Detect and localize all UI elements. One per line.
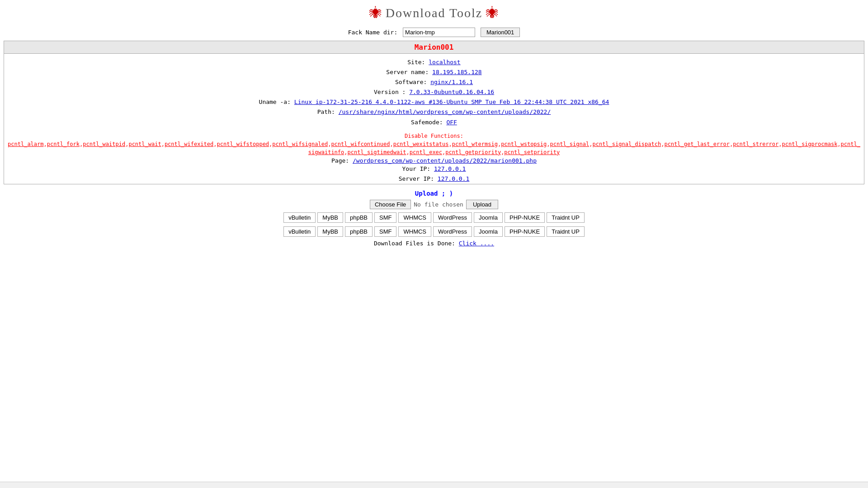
choose-file-button[interactable]: Choose File bbox=[370, 200, 411, 209]
upload-label: Upload ; ) bbox=[0, 190, 868, 197]
download-done-text: Download Files is Done: bbox=[374, 240, 455, 247]
pcntl-sigprocmask-link[interactable]: pcntl_sigprocmask bbox=[782, 141, 838, 147]
pcntl-alarm-link[interactable]: pcntl_alarm bbox=[8, 141, 43, 147]
cms-row1-button-php-nuke[interactable]: PHP-NUKE bbox=[505, 212, 545, 223]
server-name-label: Server name: bbox=[386, 69, 429, 75]
path-value[interactable]: /usr/share/nginx/html/wordpress_com/wp-c… bbox=[339, 108, 551, 115]
server-name-row: Server name: 18.195.185.128 bbox=[4, 67, 864, 77]
uname-value[interactable]: Linux ip-172-31-25-216 4.4.0-1122-aws #1… bbox=[294, 99, 609, 105]
upload-button[interactable]: Upload bbox=[466, 200, 498, 209]
cms-buttons-row1: vBulletinMyBBphpBBSMFWHMCSWordPressJooml… bbox=[0, 212, 868, 223]
software-row: Software: nginx/1.16.1 bbox=[4, 77, 864, 87]
pcntl-get-last-error-link[interactable]: pcntl_get_last_error bbox=[664, 141, 730, 147]
download-done-link[interactable]: Click .... bbox=[459, 240, 494, 247]
page-row: Page: /wordpress_com/wp-content/uploads/… bbox=[4, 157, 864, 164]
server-name-value[interactable]: 18.195.185.128 bbox=[432, 69, 482, 75]
pcntl-fork-link[interactable]: pcntl_fork bbox=[47, 141, 80, 147]
pcntl-signal-dispatch-link[interactable]: pcntl_signal_dispatch bbox=[592, 141, 661, 147]
disable-functions-value: pcntl_alarm,pcntl_fork,pcntl_waitpid,pcn… bbox=[8, 141, 860, 155]
cms-row1-button-vbulletin[interactable]: vBulletin bbox=[283, 212, 316, 223]
info-section: Site: localhost Server name: 18.195.185.… bbox=[4, 54, 864, 131]
server-ip-label: Server IP: bbox=[399, 175, 434, 182]
pcntl-getpriority-link[interactable]: pcntl_getpriority bbox=[445, 149, 501, 155]
site-row: Site: localhost bbox=[4, 57, 864, 67]
software-label: Software: bbox=[395, 79, 427, 85]
cms-row1-button-whmcs[interactable]: WHMCS bbox=[398, 212, 431, 223]
cms-row1-button-wordpress[interactable]: WordPress bbox=[433, 212, 472, 223]
cms-row1-button-phpbb[interactable]: phpBB bbox=[345, 212, 373, 223]
cms-row2-button-vbulletin[interactable]: vBulletin bbox=[283, 226, 316, 237]
server-ip-value[interactable]: 127.0.0.1 bbox=[438, 175, 469, 182]
upload-section: Upload ; ) Choose File No file chosen Up… bbox=[0, 190, 868, 209]
site-value[interactable]: localhost bbox=[429, 59, 460, 66]
pcntl-exec-link[interactable]: pcntl_exec bbox=[410, 149, 442, 155]
cms-row2-button-smf[interactable]: SMF bbox=[374, 226, 396, 237]
server-ip-row: Server IP: 127.0.0.1 bbox=[4, 174, 864, 184]
header-title: 🕷 Download Toolz 🕷 bbox=[369, 12, 499, 19]
header: 🕷 Download Toolz 🕷 bbox=[0, 0, 868, 24]
cms-row1-button-mybb[interactable]: MyBB bbox=[317, 212, 343, 223]
page-label: Page: bbox=[331, 157, 349, 164]
cms-row2-button-whmcs[interactable]: WHMCS bbox=[398, 226, 431, 237]
fack-name-label: Fack Name dir: bbox=[348, 29, 398, 36]
pcntl-wexitstatus-link[interactable]: pcntl_wexitstatus bbox=[393, 141, 449, 147]
spider-right-icon: 🕷 bbox=[486, 5, 499, 20]
cms-row1-button-joomla[interactable]: Joomla bbox=[474, 212, 503, 223]
pcntl-waitpid-link[interactable]: pcntl_waitpid bbox=[83, 141, 125, 147]
pcntl-sigtimedwait-link[interactable]: pcntl_sigtimedwait bbox=[348, 149, 406, 155]
ip-rows: Your IP: 127.0.0.1 Server IP: 127.0.0.1 bbox=[4, 164, 864, 184]
cms-row1-button-traidnt-up[interactable]: Traidnt UP bbox=[547, 212, 585, 223]
path-row: Path: /usr/share/nginx/html/wordpress_co… bbox=[4, 107, 864, 117]
cms-buttons-row2: vBulletinMyBBphpBBSMFWHMCSWordPressJooml… bbox=[0, 226, 868, 237]
pcntl-signal-link[interactable]: pcntl_signal bbox=[550, 141, 590, 147]
your-ip-row: Your IP: 127.0.0.1 bbox=[4, 164, 864, 174]
version-row: Version : 7.0.33-0ubuntu0.16.04.16 bbox=[4, 87, 864, 97]
spider-left-icon: 🕷 bbox=[369, 5, 382, 20]
pcntl-wait-link[interactable]: pcntl_wait bbox=[128, 141, 161, 147]
pcntl-wifexited-link[interactable]: pcntl_wifexited bbox=[165, 141, 213, 147]
pcntl-wifstopped-link[interactable]: pcntl_wifstopped bbox=[217, 141, 269, 147]
uname-label: Uname -a: bbox=[259, 99, 291, 105]
uname-row: Uname -a: Linux ip-172-31-25-216 4.4.0-1… bbox=[4, 97, 864, 107]
version-label: Version : bbox=[374, 89, 406, 95]
panel-title: Marion001 bbox=[9, 43, 859, 52]
page-value[interactable]: /wordpress_com/wp-content/uploads/2022/m… bbox=[353, 157, 537, 164]
your-ip-value[interactable]: 127.0.0.1 bbox=[434, 165, 466, 172]
pcntl-strerror-link[interactable]: pcntl_strerror bbox=[733, 141, 778, 147]
software-value[interactable]: nginx/1.16.1 bbox=[430, 79, 473, 85]
path-label: Path: bbox=[317, 108, 335, 115]
disable-functions-section: Disable Functions: pcntl_alarm,pcntl_for… bbox=[4, 131, 864, 157]
pcntl-wtermsig-link[interactable]: pcntl_wtermsig bbox=[452, 141, 498, 147]
pcntl-wifcontinued-link[interactable]: pcntl_wifcontinued bbox=[331, 141, 390, 147]
pcntl-setpriority-link[interactable]: pcntl_setpriority bbox=[504, 149, 560, 155]
cms-row2-button-joomla[interactable]: Joomla bbox=[474, 226, 503, 237]
your-ip-label: Your IP: bbox=[402, 165, 431, 172]
download-done-row: Download Files is Done: Click .... bbox=[0, 240, 868, 247]
cms-row2-button-traidnt-up[interactable]: Traidnt UP bbox=[547, 226, 585, 237]
panel-title-bar: Marion001 bbox=[4, 41, 864, 54]
main-panel: Marion001 Site: localhost Server name: 1… bbox=[4, 41, 864, 184]
disable-functions-label: Disable Functions: bbox=[405, 133, 463, 139]
cms-row2-button-phpbb[interactable]: phpBB bbox=[345, 226, 373, 237]
fack-name-bar: Fack Name dir: Marion001 bbox=[0, 28, 868, 37]
cms-row2-button-mybb[interactable]: MyBB bbox=[317, 226, 343, 237]
pcntl-wstopsig-link[interactable]: pcntl_wstopsig bbox=[501, 141, 547, 147]
app-title: Download Toolz bbox=[386, 6, 483, 20]
safemode-row: Safemode: OFF bbox=[4, 117, 864, 127]
version-value[interactable]: 7.0.33-0ubuntu0.16.04.16 bbox=[409, 89, 494, 95]
cms-row2-button-php-nuke[interactable]: PHP-NUKE bbox=[505, 226, 545, 237]
site-label: Site: bbox=[407, 59, 425, 66]
fack-name-button[interactable]: Marion001 bbox=[481, 28, 520, 37]
cms-row1-button-smf[interactable]: SMF bbox=[374, 212, 396, 223]
safemode-label: Safemode: bbox=[411, 119, 443, 126]
safemode-value[interactable]: OFF bbox=[446, 119, 457, 126]
fack-name-input[interactable] bbox=[403, 28, 475, 37]
cms-row2-button-wordpress[interactable]: WordPress bbox=[433, 226, 472, 237]
no-file-text: No file chosen bbox=[414, 201, 463, 208]
upload-form: Choose File No file chosen Upload bbox=[370, 200, 498, 209]
pcntl-wifsignaled-link[interactable]: pcntl_wifsignaled bbox=[272, 141, 328, 147]
